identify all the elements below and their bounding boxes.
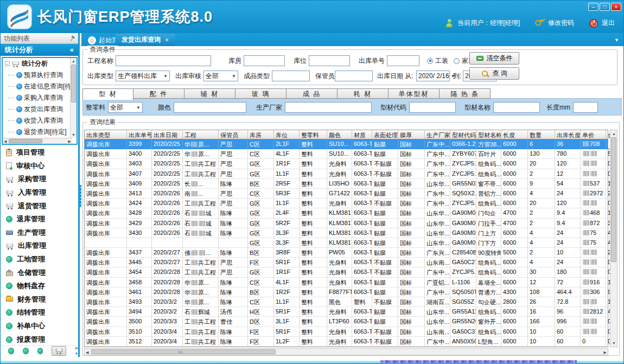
sidebar-item-入库管理[interactable]: 入库管理 [1,186,78,200]
column-header-出库日期[interactable]: 出库日期 [152,130,183,139]
column-header-库房[interactable]: 库房 [248,130,274,139]
table-row[interactable]: 调拨出库35102020/3/4工共工程陈琳F区5R1F整料光身料6063-T5… [85,327,608,337]
out-type-select[interactable]: 生产领料出库▼ [116,71,170,81]
material-tab-耗材[interactable]: 耗 材 [338,88,389,99]
sidebar-item-项目管理[interactable]: 项目管理 [1,146,78,159]
sidebar-item-生产管理[interactable]: 生产管理 [1,226,78,240]
column-header-单价[interactable]: 单价 [581,130,606,139]
table-row[interactable]: 调拨出库35002020/3/3工共工程曹佳D区3L1F整料LT3P606063… [85,317,608,327]
material-tab-隔热条[interactable]: 隔 热 条 [440,88,491,99]
tree-root[interactable]: - 统计分析 [3,58,77,69]
table-row[interactable]: 调拨出库34282020/2/26石城陈琳G区2L4F整料KLM38176063… [85,208,608,218]
grid-horizontal-scrollbar[interactable]: ◀ ▶ [84,348,608,355]
tree-item[interactable]: 退货查询[待定] [3,126,77,138]
material-tab-型材[interactable]: 型 材 [82,88,133,100]
audit-select[interactable]: 全部▼ [203,71,238,81]
column-header-长度[interactable]: 长度 [501,130,528,139]
search-button[interactable]: 查 询 [469,67,519,80]
tree-item[interactable]: 在途信息查询[待 [3,81,77,92]
scroll-thumb[interactable] [611,137,616,262]
scroll-thumb[interactable] [9,139,42,143]
scroll-thumb[interactable] [71,65,76,103]
table-row[interactable]: G区3L3F整料KLM38176063-T5贴膜国标山东华...GA90M09.… [85,238,608,248]
tree-vertical-scrollbar[interactable]: ▲ ▼ [70,58,77,138]
location-input[interactable] [309,55,350,66]
column-header-出库长度[interactable]: 出库长度 [555,130,581,139]
radio-gongzhuang[interactable]: 工装 [427,56,448,66]
column-header-数量[interactable]: 数量 [528,130,555,139]
table-row[interactable]: 调拨出库34302020/2/26石城陈琳G区3L3F整料KLM38176063… [85,228,608,238]
table-row[interactable]: 调拨出库34452020/2/27工共工程严思F区5R1F整料光身料6063-T… [85,258,608,267]
stats-section-header[interactable]: 统计分析 « [1,44,78,56]
tree-item[interactable]: 发货出库查询 [3,104,77,115]
sidebar-item-退货管理[interactable]: 退货管理 [1,199,78,213]
filter-input-颜色[interactable] [174,102,246,113]
shortcut-dot-icon[interactable] [23,348,29,354]
material-tab-辅材[interactable]: 辅 材 [184,88,235,99]
filter-input-长度mm[interactable] [573,102,598,113]
column-header-出库单号[interactable]: 出库单号 [127,130,152,139]
project-name-input[interactable] [116,55,211,66]
column-header-表面处理[interactable]: 表面处理 [372,130,398,139]
table-row[interactable]: 调拨出库34932020/3/2华原...陈琳C区1L1F整料黑色塑料不贴膜国标… [85,297,608,307]
table-row[interactable]: 调拨出库33992020/2/25华原...严思C区2L1F整料SU10...6… [85,139,608,149]
sidebar-item-退库管理[interactable]: 退库管理 [1,213,78,226]
filter-input-型材代码[interactable] [409,102,456,113]
tab-shipment-outbound-query[interactable]: 发货出库查询 × [115,34,175,46]
table-row[interactable]: 调拨出库34542020/2/28工共工程严思G区1R1F整料光身料6063-T… [85,267,608,277]
sidebar-item-审核中心[interactable]: 审核中心 [1,159,78,173]
sidebar-item-物料盘存[interactable]: 物料盘存 [1,279,78,293]
change-password-button[interactable]: 修改密码 [548,18,574,28]
logout-button[interactable]: 退出 [602,18,615,28]
filter-input-生产厂家[interactable] [285,102,372,113]
column-header-工程[interactable]: 工程 [183,130,219,139]
sidebar-item-报废管理[interactable]: 报废管理 [1,333,78,346]
table-row[interactable]: 调拨出库35122020/3/4工共工程陈琳F区1L2F整料光身料6063-T5… [85,337,608,347]
clear-conditions-button[interactable]: 清空条件 [469,52,519,65]
tree-expander-icon[interactable]: - [5,61,10,66]
table-row[interactable]: 调拨出库34242020/2/26工共工程严思G区1L1F整料光身料6063-T… [85,199,608,208]
table-row[interactable]: 调拨出库34372020/2/27佛...陈琳B区3R8F整料PW056063-… [85,248,608,258]
shortcut-dot-icon[interactable] [8,348,14,354]
tab-list-dropdown-icon[interactable]: ▼ [614,37,619,43]
more-button[interactable]: »▾ [75,346,78,356]
tab-close-icon[interactable]: × [165,36,169,44]
column-header-型材名称[interactable]: 型材名称 [476,130,501,139]
scroll-thumb[interactable] [91,349,276,354]
tree-item[interactable]: 收货入库查询 [3,115,77,126]
sidebar-item-工地管理[interactable]: 工地管理 [1,253,78,266]
sidebar-item-采购管理[interactable]: 采购管理 [1,173,78,186]
collapse-icon[interactable]: « [70,44,74,56]
table-row[interactable]: 调拨出库34292020/2/26石城陈琳G区5R2F整料KLM38176063… [85,219,608,228]
material-tab-玻璃[interactable]: 玻 璃 [235,88,286,99]
column-header-颜色[interactable]: 颜色 [327,130,352,139]
keeper-input[interactable] [335,71,373,81]
table-row[interactable]: 调拨出库34942020/3/2石辉城汤伟H区5R1F整料光身料6063-T5贴… [85,307,608,317]
table-row[interactable]: 调拨出库34132020/2/26南...严思C区5R3F整料G71422606… [85,189,608,199]
table-row[interactable]: 调拨出库34092020/2/25长...陈琳B区2R5F整料LI35HO606… [85,179,608,189]
minimize-button[interactable]: – [588,3,598,11]
column-header-保管员[interactable]: 保管员 [219,130,248,139]
maximize-button[interactable]: □ [600,3,610,11]
table-row[interactable]: 调拨出库34612020/2/28华原...陈琳B区1R2F整料F8877FT6… [85,288,608,297]
column-header-型材代码[interactable]: 型材代码 [450,130,476,139]
table-row[interactable]: 调拨出库34002020/2/25华原...严思C区4L1F整料SU10...6… [85,149,608,159]
sidebar-item-财务管理[interactable]: 财务管理 [1,293,78,306]
filter-input-型材名称[interactable] [493,102,540,113]
sidebar-item-出库管理[interactable]: 出库管理 [1,239,78,253]
tree-item[interactable]: 采购入库查询 [3,92,77,104]
column-header-生产厂家[interactable]: 生产厂家 [425,130,450,139]
table-row[interactable]: 调拨出库34072020/2/25工共工程严思G区1L1F整料光身料6063-T… [85,169,608,179]
material-tab-单体型材[interactable]: 单体型材 [389,88,440,99]
table-row[interactable]: 调拨出库34032020/2/25工共工程严思G区1R1F整料光身料6063-T… [85,159,608,169]
column-header-整零料[interactable]: 整零料 [300,130,327,139]
sidebar-item-结转管理[interactable]: 结转管理 [1,306,78,320]
material-tab-成品[interactable]: 成 品 [286,88,338,99]
column-header-膜厚[interactable]: 膜厚 [398,130,425,139]
column-header-库位[interactable]: 库位 [274,130,300,139]
table-row[interactable]: 调拨出库34582020/2/28华原...陈琳C区4L1F整料光身料6063-… [85,278,608,288]
pin-icon[interactable] [68,34,76,43]
tree-item[interactable]: 预算执行查询 [3,69,77,81]
cart-toolbar-button[interactable] [52,346,66,356]
filter-select-整零料[interactable]: 全部▼ [108,102,143,113]
